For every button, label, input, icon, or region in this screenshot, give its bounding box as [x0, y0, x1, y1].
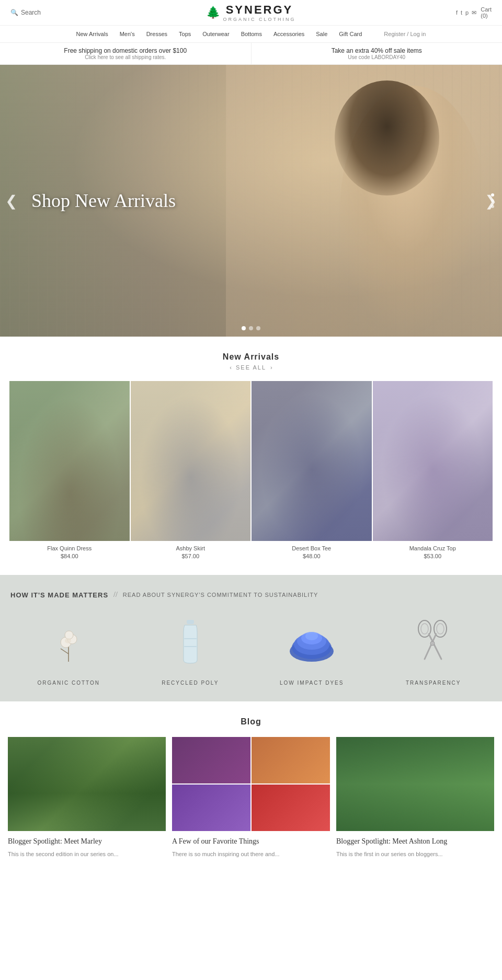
products-grid: Flax Quinn Dress $84.00 Ashby Skirt $57.…: [4, 381, 498, 559]
scissors-icon: [415, 617, 452, 670]
sustainability-section: HOW IT'S MADE MATTERS // READ ABOUT SYNE…: [0, 575, 502, 701]
logo-sub: ORGANIC CLOTHING: [223, 17, 295, 22]
sustainability-title: HOW IT'S MADE MATTERS: [10, 591, 108, 599]
product-image-3: [373, 381, 493, 541]
nav-item-outerwear[interactable]: Outerwear: [202, 31, 229, 37]
product-name-2: Desert Box Tee: [252, 545, 372, 551]
hero-bottom-dot-2[interactable]: [249, 326, 253, 330]
blog-post-excerpt-2: This is the first in our series on blogg…: [336, 850, 494, 859]
svg-line-1: [61, 649, 69, 654]
blog-post-excerpt-1: There is so much inspiring out there and…: [172, 850, 330, 859]
nav-item-dresses[interactable]: Dresses: [146, 31, 167, 37]
social-icons: f t p ✉: [456, 9, 476, 16]
nav-item-sale[interactable]: Sale: [316, 31, 327, 37]
blog-title: Blog: [8, 717, 494, 727]
search-icon: 🔍: [10, 9, 18, 16]
email-icon[interactable]: ✉: [472, 9, 476, 16]
nav-item-mens[interactable]: Men's: [120, 31, 135, 37]
see-all-arrow-left: ‹: [230, 364, 232, 371]
register-login-link[interactable]: Register / Log in: [384, 31, 426, 37]
new-arrivals-section: New Arrivals ‹ SEE ALL › Flax Quinn Dres…: [0, 352, 502, 559]
svg-point-4: [65, 631, 73, 639]
search-label: Search: [21, 9, 41, 16]
sustain-item-dyes[interactable]: LOW IMPACT DYES: [254, 612, 370, 686]
blog-post-title-2: Blogger Spotlight: Meet Ashton Long: [336, 836, 494, 847]
svg-rect-7: [184, 638, 197, 639]
product-image-2: [252, 381, 372, 541]
hero-bottom-dot-3[interactable]: [256, 326, 260, 330]
promo-item-sale: Take an extra 40% off sale items Use cod…: [252, 43, 503, 64]
bottle-icon: [177, 617, 203, 670]
blog-image-1b: [252, 737, 330, 783]
hero-title: Shop New Arrivals: [31, 190, 176, 212]
nav-item-new-arrivals[interactable]: New Arrivals: [76, 31, 108, 37]
product-card-3[interactable]: Mandala Cruz Top $53.00: [373, 381, 493, 559]
svg-point-19: [437, 624, 444, 634]
sustainability-grid: ORGANIC COTTON RECYCLED POLY: [10, 612, 492, 686]
promo-sale-main: Take an extra 40% off sale items: [257, 47, 497, 54]
nav-item-gift-card[interactable]: Gift Card: [339, 31, 362, 37]
pinterest-icon[interactable]: p: [465, 9, 469, 16]
svg-point-5: [65, 638, 71, 643]
product-price-3: $53.00: [373, 553, 493, 559]
promo-shipping-sub: Click here to see all shipping rates.: [5, 54, 246, 60]
nav-item-bottoms[interactable]: Bottoms: [241, 31, 262, 37]
logo-name: SYNERGY: [223, 3, 295, 17]
search-button[interactable]: 🔍 Search: [10, 9, 41, 16]
cart-area[interactable]: Cart (0): [481, 6, 492, 19]
svg-rect-6: [187, 620, 194, 624]
see-all-label: SEE ALL: [236, 364, 266, 371]
sustain-item-poly[interactable]: RECYCLED POLY: [132, 612, 249, 686]
twitter-icon[interactable]: t: [461, 9, 462, 16]
sustain-label-cotton: ORGANIC COTTON: [10, 680, 127, 686]
promo-item-shipping[interactable]: Free shipping on domestic orders over $1…: [0, 43, 252, 64]
header-right: f t p ✉ Cart (0): [456, 6, 492, 19]
logo-icon: 🌲: [206, 6, 220, 19]
cotton-icon: [50, 622, 87, 664]
product-name-3: Mandala Cruz Top: [373, 545, 493, 551]
nav-item-tops[interactable]: Tops: [179, 31, 191, 37]
sustain-label-dyes: LOW IMPACT DYES: [254, 680, 370, 686]
blog-image-1: [172, 737, 330, 831]
blog-post-excerpt-0: This is the second edition in our series…: [8, 850, 166, 859]
blog-image-1d: [252, 785, 330, 831]
sustain-item-cotton[interactable]: ORGANIC COTTON: [10, 612, 127, 686]
sustainability-header: HOW IT'S MADE MATTERS // READ ABOUT SYNE…: [10, 591, 492, 599]
blog-grid: Blogger Spotlight: Meet Marley This is t…: [8, 737, 494, 858]
sustain-label-poly: RECYCLED POLY: [132, 680, 249, 686]
sustainability-subtitle: READ ABOUT SYNERGY'S COMMITMENT TO SUSTA…: [123, 592, 318, 598]
hero-next-button[interactable]: ❯: [485, 192, 497, 210]
site-header: 🔍 Search 🌲 SYNERGY ORGANIC CLOTHING f t …: [0, 0, 502, 26]
product-card-0[interactable]: Flax Quinn Dress $84.00: [9, 381, 130, 559]
bottle-icon-area: [132, 612, 249, 675]
product-price-2: $48.00: [252, 553, 372, 559]
blog-image-1a: [172, 737, 250, 783]
product-name-0: Flax Quinn Dress: [9, 545, 130, 551]
product-price-0: $84.00: [9, 553, 130, 559]
blog-card-2[interactable]: Blogger Spotlight: Meet Ashton Long This…: [336, 737, 494, 858]
see-all-arrow-right: ›: [270, 364, 272, 371]
new-arrivals-title: New Arrivals: [4, 352, 498, 362]
sustain-item-transparency[interactable]: TRANSPARENCY: [375, 612, 492, 686]
blog-image-2: [336, 737, 494, 831]
hero-prev-button[interactable]: ❮: [5, 192, 17, 210]
svg-rect-8: [184, 646, 197, 647]
dye-icon-area: [254, 612, 370, 675]
hero-banner: ❮ Shop New Arrivals ❯: [0, 65, 502, 337]
scissors-icon-area: [375, 612, 492, 675]
logo[interactable]: 🌲 SYNERGY ORGANIC CLOTHING: [206, 3, 295, 22]
hero-bottom-dot-1[interactable]: [242, 326, 246, 330]
facebook-icon[interactable]: f: [456, 9, 458, 16]
see-all-link[interactable]: ‹ SEE ALL ›: [4, 364, 498, 371]
product-card-2[interactable]: Desert Box Tee $48.00: [252, 381, 372, 559]
blog-image-0: [8, 737, 166, 831]
blog-post-title-1: A Few of our Favorite Things: [172, 836, 330, 847]
blog-card-1[interactable]: A Few of our Favorite Things There is so…: [172, 737, 330, 858]
svg-point-21: [430, 641, 435, 645]
nav-item-accessories[interactable]: Accessories: [273, 31, 304, 37]
svg-point-14: [305, 632, 318, 640]
blog-card-0[interactable]: Blogger Spotlight: Meet Marley This is t…: [8, 737, 166, 858]
product-image-0: [9, 381, 130, 541]
product-card-1[interactable]: Ashby Skirt $57.00: [131, 381, 251, 559]
promo-sale-sub: Use code LABORDAY40: [257, 54, 497, 60]
